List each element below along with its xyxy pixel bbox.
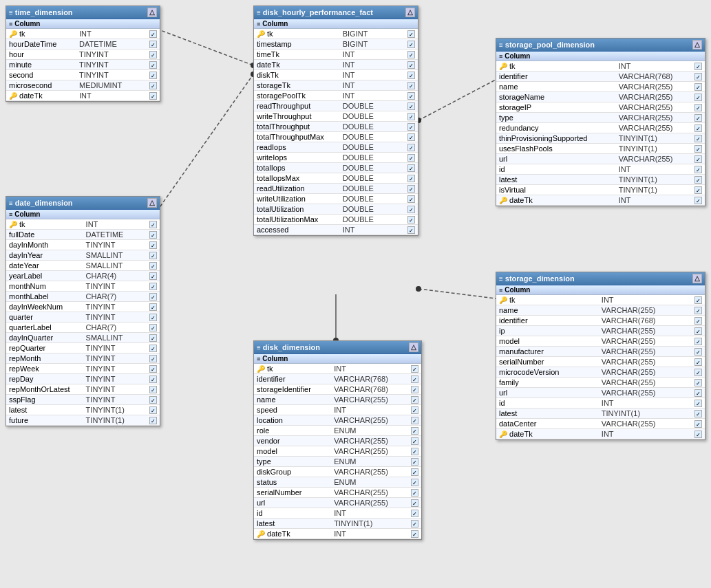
table-row: microsecond MEDIUMINT ✓ — [6, 80, 160, 91]
table-row: vendor VARCHAR(255) ✓ — [254, 436, 421, 446]
field-name: name — [496, 305, 599, 316]
field-type: VARCHAR(768) — [331, 374, 408, 384]
table-row: sspFlag TINYINT ✓ — [6, 395, 160, 405]
table-row: writeIops DOUBLE ✓ — [254, 153, 418, 163]
field-name: id — [496, 164, 616, 175]
table-row: totalThroughputMax DOUBLE ✓ — [254, 132, 418, 142]
field-check: ✓ — [147, 80, 160, 91]
table-row: readIops DOUBLE ✓ — [254, 142, 418, 153]
field-name: identifier — [254, 374, 331, 384]
table-row: 🔑 tk INT ✓ — [496, 295, 705, 305]
minimize-btn-fact[interactable]: △ — [405, 8, 415, 17]
table-row: 🔑 dateTk INT ✓ — [496, 429, 705, 439]
field-check: ✓ — [692, 185, 705, 195]
field-type: DOUBLE — [340, 163, 405, 173]
field-type: ENUM — [331, 477, 408, 488]
column-header-pool: ≡ Column — [496, 52, 705, 61]
field-type: SMALLINT — [83, 333, 147, 343]
field-check: ✓ — [692, 305, 705, 316]
field-type: TINYINT(1) — [616, 144, 692, 154]
field-check: ✓ — [408, 436, 421, 446]
field-name: id — [254, 508, 331, 519]
col-header-label-disk: Column — [262, 355, 288, 362]
field-type: INT — [616, 164, 692, 175]
field-name: dayInQuarter — [6, 333, 83, 343]
field-type: VARCHAR(768) — [331, 384, 408, 395]
table-row: repMonth TINYINT ✓ — [6, 353, 160, 364]
field-check: ✓ — [692, 102, 705, 113]
table-title-bar-fact: ≡ disk_hourly_performance_fact △ — [254, 6, 418, 19]
field-check: ✓ — [147, 230, 160, 240]
field-name: totalThroughput — [254, 122, 340, 132]
field-check: ✓ — [405, 101, 418, 111]
field-check: ✓ — [147, 312, 160, 323]
svg-line-4 — [418, 80, 496, 120]
table-row: role ENUM ✓ — [254, 426, 421, 436]
table-name-pool: storage_pool_dimension — [505, 41, 595, 49]
table-icon: ≡ — [499, 41, 503, 49]
field-name: speed — [254, 405, 331, 415]
table-row: readUtilization DOUBLE ✓ — [254, 184, 418, 194]
field-check: ✓ — [405, 215, 418, 225]
table-row: 🔑 dateTk INT ✓ — [496, 195, 705, 206]
table-row: url VARCHAR(255) ✓ — [496, 154, 705, 164]
table-row: storageIP VARCHAR(255) ✓ — [496, 102, 705, 113]
field-check: ✓ — [692, 61, 705, 72]
table-row: identifier VARCHAR(768) ✓ — [496, 72, 705, 82]
field-name: dateTk — [254, 60, 340, 70]
field-name: totalThroughputMax — [254, 132, 340, 142]
field-type: VARCHAR(255) — [599, 336, 692, 347]
field-name: model — [254, 446, 331, 457]
table-row: totalIopsMax DOUBLE ✓ — [254, 173, 418, 184]
table-row: ip VARCHAR(255) ✓ — [496, 326, 705, 336]
field-name: manufacturer — [496, 347, 599, 357]
table-name-time: time_dimension — [15, 8, 73, 17]
col-header-icon-time: ≡ — [9, 21, 12, 28]
table-row: minute TINYINT ✓ — [6, 60, 160, 70]
table-date-dimension: ≡ date_dimension △ ≡ Column 🔑 tk INT ✓ f… — [6, 196, 160, 426]
field-name: name — [496, 82, 616, 92]
col-header-label-date: Column — [14, 210, 40, 218]
field-type: DOUBLE — [340, 111, 405, 122]
field-type: TINYINT(1) — [331, 519, 408, 529]
field-name: hour — [6, 50, 76, 60]
field-type: TINYINT — [83, 395, 147, 405]
minimize-btn-date[interactable]: △ — [147, 198, 157, 208]
field-type: TINYINT — [83, 353, 147, 364]
svg-point-7 — [416, 286, 421, 292]
field-type: TINYINT(1) — [83, 405, 147, 415]
table-row: timestamp BIGINT ✓ — [254, 39, 418, 50]
field-type: DATETIME — [83, 230, 147, 240]
field-name: totalIops — [254, 163, 340, 173]
field-check: ✓ — [405, 142, 418, 153]
field-name: vendor — [254, 436, 331, 446]
field-type: VARCHAR(255) — [599, 367, 692, 378]
field-type: VARCHAR(255) — [331, 415, 408, 426]
field-name: 🔑 tk — [496, 61, 616, 72]
field-check: ✓ — [408, 384, 421, 395]
column-header-date: ≡ Column — [6, 210, 160, 219]
field-type: ENUM — [331, 457, 408, 467]
field-check: ✓ — [692, 326, 705, 336]
field-check: ✓ — [692, 92, 705, 102]
field-name: monthNum — [6, 281, 83, 292]
field-check: ✓ — [147, 323, 160, 333]
field-name: location — [254, 415, 331, 426]
field-type: TINYINT — [83, 240, 147, 250]
minimize-btn-storage[interactable]: △ — [692, 274, 702, 283]
field-name: dayInWeekNum — [6, 302, 83, 312]
field-check: ✓ — [692, 295, 705, 305]
table-row: totalThroughput DOUBLE ✓ — [254, 122, 418, 132]
minimize-btn-disk[interactable]: △ — [409, 342, 418, 352]
table-row: redundancy VARCHAR(255) ✓ — [496, 123, 705, 133]
table-row: 🔑 tk INT ✓ — [254, 364, 421, 374]
field-check: ✓ — [692, 316, 705, 326]
field-name: name — [254, 395, 331, 405]
minimize-btn-pool[interactable]: △ — [692, 40, 702, 50]
field-type: TINYINT — [76, 60, 147, 70]
minimize-btn-time[interactable]: △ — [147, 8, 157, 17]
table-row: dayInQuarter SMALLINT ✓ — [6, 333, 160, 343]
fields-table-pool: 🔑 tk INT ✓ identifier VARCHAR(768) ✓ nam… — [496, 61, 705, 206]
field-type: INT — [83, 219, 147, 230]
table-row: speed INT ✓ — [254, 405, 421, 415]
